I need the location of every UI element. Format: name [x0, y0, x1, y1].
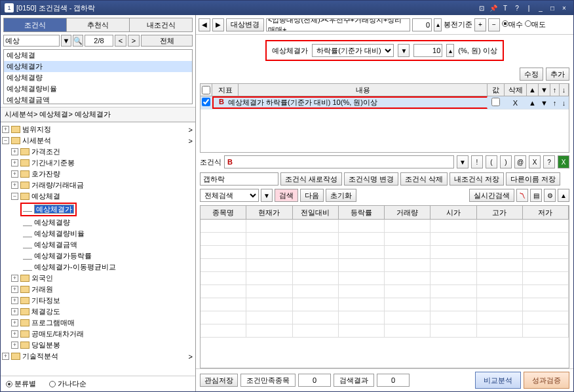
- search-dropdown[interactable]: ▼: [61, 35, 71, 47]
- expand-icon[interactable]: +: [11, 308, 18, 315]
- list-item[interactable]: 예상체결: [4, 50, 192, 61]
- tree-node[interactable]: 거래량/거래대금: [31, 180, 84, 190]
- help-icon[interactable]: ?: [512, 3, 522, 12]
- tab-recommend[interactable]: 추천식: [67, 18, 130, 31]
- tree-node[interactable]: 예상체결: [31, 191, 60, 201]
- cond-not[interactable]: !: [471, 155, 483, 168]
- search-button[interactable]: 검색: [275, 189, 298, 202]
- sort-category[interactable]: 분류별: [6, 379, 36, 389]
- tree-node[interactable]: 당일분봉: [31, 340, 60, 350]
- tree-node[interactable]: 호가잔량: [31, 169, 60, 179]
- tree-node[interactable]: 범위지정: [22, 125, 51, 134]
- up-icon[interactable]: ▲: [527, 84, 539, 96]
- up-arrow-icon[interactable]: ↑: [550, 84, 560, 96]
- expand-icon[interactable]: +: [2, 126, 9, 133]
- text-icon[interactable]: T: [500, 3, 510, 12]
- save-interest-button[interactable]: 관심저장: [200, 374, 238, 387]
- list-item[interactable]: 예상체결가: [4, 61, 192, 72]
- scope-dropdown-icon[interactable]: ▼: [261, 189, 273, 202]
- pin-icon[interactable]: ⊡: [476, 3, 487, 12]
- gear-icon[interactable]: ⚙: [544, 189, 556, 202]
- edit-button[interactable]: 수정: [520, 68, 543, 81]
- expand-icon[interactable]: +: [11, 286, 18, 293]
- tree-leaf[interactable]: 예상체결량: [34, 218, 70, 227]
- expand-icon[interactable]: +: [11, 159, 18, 167]
- tree-leaf[interactable]: 예상체결량비율: [34, 229, 85, 239]
- row-checkbox[interactable]: [202, 98, 210, 106]
- tree-leaf[interactable]: 예상체결가등락률: [34, 251, 92, 261]
- expand-icon[interactable]: +: [11, 297, 18, 304]
- param-value-input[interactable]: [413, 44, 442, 57]
- expand-icon[interactable]: +: [2, 353, 9, 360]
- spin-up-icon[interactable]: ▴: [434, 18, 442, 31]
- performance-button[interactable]: 성과검증: [524, 372, 569, 389]
- tree-node[interactable]: 기간내기준봉: [31, 158, 75, 168]
- radio-buy[interactable]: 매수: [502, 20, 523, 29]
- expand-icon[interactable]: +: [11, 170, 18, 178]
- pushpin-icon[interactable]: 📌: [488, 3, 499, 12]
- down-icon[interactable]: ▼: [539, 84, 550, 96]
- search-all[interactable]: 전체: [141, 35, 193, 47]
- cond-at[interactable]: @: [514, 155, 526, 168]
- delete-button[interactable]: 조건식 삭제: [400, 172, 448, 186]
- new-button[interactable]: 조건식 새로작성: [280, 172, 342, 186]
- close-icon[interactable]: ×: [559, 3, 569, 12]
- row-down[interactable]: ▼: [539, 99, 550, 107]
- tree-node[interactable]: 가격조건: [31, 147, 60, 157]
- realtime-button[interactable]: 실시간검색: [469, 189, 514, 202]
- search-dropdown-list[interactable]: 예상체결 예상체결가 예상체결량 예상체결량비율 예상체결금액 예상체결가등락률: [3, 49, 193, 104]
- cond-dropdown[interactable]: ▼: [457, 155, 469, 168]
- dropdown-icon[interactable]: ▼: [398, 44, 410, 57]
- tab-condition[interactable]: 조건식: [4, 18, 67, 31]
- cond-rparen[interactable]: ): [500, 155, 512, 168]
- expand-icon[interactable]: +: [11, 148, 18, 155]
- value-checkbox[interactable]: [491, 98, 500, 106]
- search-button[interactable]: 🔍: [73, 35, 83, 47]
- tree-node[interactable]: 공매도/대차거래: [31, 329, 84, 339]
- expand-icon[interactable]: +: [11, 342, 18, 349]
- next-button[interactable]: 다음: [300, 189, 324, 202]
- tree-node[interactable]: 시세분석: [22, 136, 51, 146]
- add-button[interactable]: 추가: [546, 68, 569, 81]
- search-next[interactable]: >: [128, 35, 140, 47]
- tree-leaf[interactable]: 예상체결금액: [34, 240, 77, 250]
- condition-name-input[interactable]: [200, 172, 278, 186]
- minimize-icon[interactable]: _: [535, 3, 546, 12]
- expand-icon[interactable]: ▲: [558, 189, 569, 202]
- init-button[interactable]: 초기화: [326, 189, 356, 202]
- saveas-button[interactable]: 다른이름 저장: [506, 172, 560, 186]
- collapse-icon[interactable]: −: [2, 137, 9, 144]
- sort-alpha[interactable]: 가나다순: [49, 379, 86, 389]
- select-all-checkbox[interactable]: [202, 86, 210, 94]
- target-change-button[interactable]: 대상변경: [226, 18, 264, 31]
- category-tree[interactable]: +범위지정> −시세분석> +가격조건 +기간내기준봉 +호가잔량 +거래량/거…: [1, 122, 195, 376]
- arrow-right-icon[interactable]: ▶: [212, 18, 224, 31]
- cond-x[interactable]: X: [529, 155, 541, 168]
- search-prev[interactable]: <: [115, 35, 126, 47]
- compare-button[interactable]: 비교분석: [475, 372, 521, 389]
- tree-node[interactable]: 외국인: [31, 273, 53, 283]
- tree-node[interactable]: 체결강도: [31, 307, 60, 317]
- save-button[interactable]: 내조건식 저장: [450, 172, 504, 186]
- tree-node[interactable]: 거래원: [31, 284, 53, 294]
- table-row[interactable]: B예상체결가 하락률(기준가 대비) 10(%, 원)이상 X ▲ ▼ ↑ ↓: [201, 96, 569, 109]
- condition-input[interactable]: [224, 155, 454, 168]
- search-input[interactable]: [3, 35, 60, 47]
- bar-offset-input[interactable]: [412, 18, 432, 31]
- param-dropdown[interactable]: 하락률(기준가 대비): [312, 44, 394, 57]
- tab-my[interactable]: 내조건식: [130, 18, 192, 31]
- result-grid[interactable]: [200, 220, 569, 368]
- expand-icon[interactable]: +: [11, 275, 18, 282]
- chart-icon[interactable]: 〽: [516, 189, 528, 202]
- rename-button[interactable]: 조건식명 변경: [344, 172, 398, 186]
- scope-select[interactable]: 전체검색: [200, 189, 259, 202]
- tree-node[interactable]: 프로그램매매: [31, 318, 75, 328]
- down-arrow-icon[interactable]: ↓: [560, 84, 569, 96]
- tree-leaf-selected[interactable]: 예상체결가: [34, 205, 74, 214]
- list-icon[interactable]: ▤: [530, 189, 542, 202]
- radio-sell[interactable]: 매도: [525, 20, 546, 29]
- list-item[interactable]: 예상체결금액: [4, 94, 192, 104]
- minus-button[interactable]: −: [488, 18, 500, 31]
- tree-leaf[interactable]: 예상체결가-이동평균비교: [34, 262, 116, 272]
- tree-node[interactable]: 기술적분석: [22, 351, 58, 361]
